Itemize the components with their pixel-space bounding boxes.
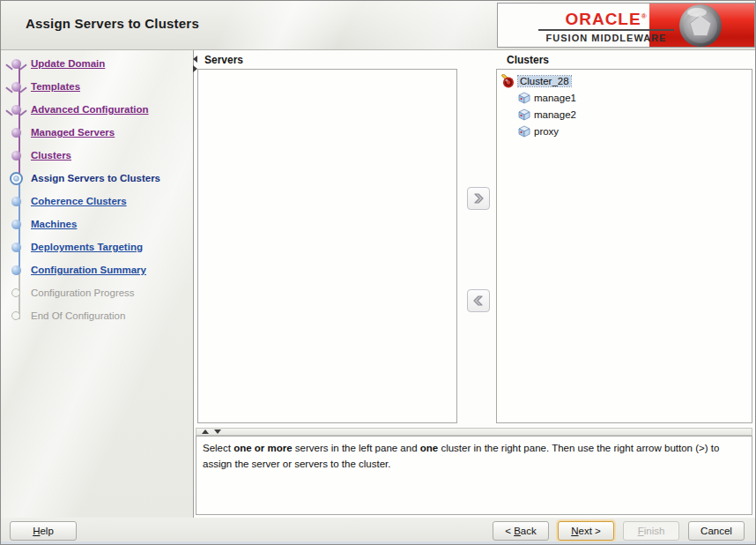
clusters-pane-title: Clusters xyxy=(507,54,549,66)
tree-item-cluster-28[interactable]: Cluster_28 xyxy=(499,72,750,89)
wizard-steps-sidebar: Update DomainTemplatesAdvanced Configura… xyxy=(1,50,193,518)
step-past-icon xyxy=(1,82,31,92)
sidebar-step-configuration-progress: Configuration Progress xyxy=(1,281,193,304)
footer-bar: Help < Back Next > Finish Cancel xyxy=(1,518,756,541)
step-past-icon xyxy=(1,59,31,69)
step-future-icon xyxy=(1,311,31,320)
tree-item-label: manage2 xyxy=(534,109,576,120)
oracle-wordmark: ORACLE® xyxy=(531,8,681,28)
clusters-tree[interactable]: Cluster_28manage1manage2proxy xyxy=(496,69,752,423)
splitter-up-icon xyxy=(202,429,209,434)
brand-text: ORACLE® FUSION MIDDLEWARE xyxy=(531,8,681,43)
instruction-text: Select one or more servers in the left p… xyxy=(196,436,752,515)
step-next-icon xyxy=(1,220,31,229)
step-label: Coherence Clusters xyxy=(31,196,127,206)
step-label: Managed Servers xyxy=(31,127,115,138)
step-label: Templates xyxy=(31,81,80,92)
window-bottom-strip xyxy=(1,541,756,545)
horizontal-splitter[interactable] xyxy=(196,428,752,436)
step-next-icon xyxy=(1,243,31,252)
header-bar: Assign Servers to Clusters xyxy=(1,1,756,50)
sidebar-step-coherence-clusters[interactable]: Coherence Clusters xyxy=(1,190,193,213)
collapse-left-icon xyxy=(193,56,197,63)
tree-item-proxy[interactable]: proxy xyxy=(499,123,750,139)
step-past-icon xyxy=(1,151,31,161)
step-label: Machines xyxy=(31,219,77,229)
step-future-icon xyxy=(1,288,31,297)
page-title: Assign Servers to Clusters xyxy=(26,16,199,31)
step-next-icon xyxy=(1,197,31,206)
splitter-down-icon xyxy=(214,429,221,434)
tree-item-label: proxy xyxy=(534,126,559,137)
tree-item-label: Cluster_28 xyxy=(518,76,571,86)
next-button[interactable]: Next > xyxy=(558,521,614,541)
step-past-icon xyxy=(1,105,31,115)
sidebar-step-clusters[interactable]: Clusters xyxy=(1,144,193,167)
sidebar-step-end-of-configuration: End Of Configuration xyxy=(1,304,193,327)
step-label: End Of Configuration xyxy=(31,310,125,321)
finish-button: Finish xyxy=(623,521,679,541)
brand-tagline: FUSION MIDDLEWARE xyxy=(531,33,681,43)
sidebar-step-machines[interactable]: Machines xyxy=(1,213,193,235)
sidebar-step-advanced-configuration[interactable]: Advanced Configuration xyxy=(1,98,193,121)
step-label: Assign Servers to Clusters xyxy=(31,173,160,183)
step-past-icon xyxy=(1,128,31,138)
step-list: Update DomainTemplatesAdvanced Configura… xyxy=(1,52,193,327)
globe-icon xyxy=(678,4,723,48)
brand-divider xyxy=(538,29,674,31)
tree-item-label: manage1 xyxy=(534,93,576,103)
servers-list[interactable] xyxy=(197,69,457,423)
step-label: Clusters xyxy=(31,150,71,161)
chevron-right-icon xyxy=(471,191,485,205)
cluster-icon xyxy=(500,74,515,88)
step-current-icon xyxy=(1,172,31,185)
step-label: Deployments Targeting xyxy=(31,242,143,252)
server-cube-icon xyxy=(518,108,530,121)
sidebar-step-managed-servers[interactable]: Managed Servers xyxy=(1,121,193,144)
wizard-window: Assign Servers to Clusters xyxy=(0,0,756,545)
chevron-left-icon xyxy=(471,294,485,308)
unassign-left-button[interactable] xyxy=(467,289,490,312)
step-next-icon xyxy=(1,265,31,275)
assign-right-button[interactable] xyxy=(467,187,490,210)
back-button[interactable]: < Back xyxy=(493,521,549,541)
sidebar-step-assign-servers-to-clusters[interactable]: Assign Servers to Clusters xyxy=(1,167,193,190)
sidebar-step-configuration-summary[interactable]: Configuration Summary xyxy=(1,258,193,281)
servers-pane-title: Servers xyxy=(204,54,243,66)
server-cube-icon xyxy=(518,125,530,138)
step-label: Configuration Summary xyxy=(31,265,146,275)
tree-item-manage1[interactable]: manage1 xyxy=(499,89,750,106)
sidebar-step-update-domain[interactable]: Update Domain xyxy=(1,52,193,75)
sidebar-step-deployments-targeting[interactable]: Deployments Targeting xyxy=(1,235,193,258)
content-area: Servers Clusters Cluster_28manage1manage… xyxy=(193,50,756,518)
help-button[interactable]: Help xyxy=(10,521,77,541)
oracle-logo: ORACLE® FUSION MIDDLEWARE xyxy=(497,3,755,48)
tree-item-manage2[interactable]: manage2 xyxy=(499,106,750,123)
server-cube-icon xyxy=(518,92,530,104)
cancel-button[interactable]: Cancel xyxy=(688,521,745,541)
step-label: Configuration Progress xyxy=(31,287,135,298)
sidebar-step-templates[interactable]: Templates xyxy=(1,75,193,98)
step-label: Advanced Configuration xyxy=(31,104,149,115)
step-label: Update Domain xyxy=(31,58,105,69)
